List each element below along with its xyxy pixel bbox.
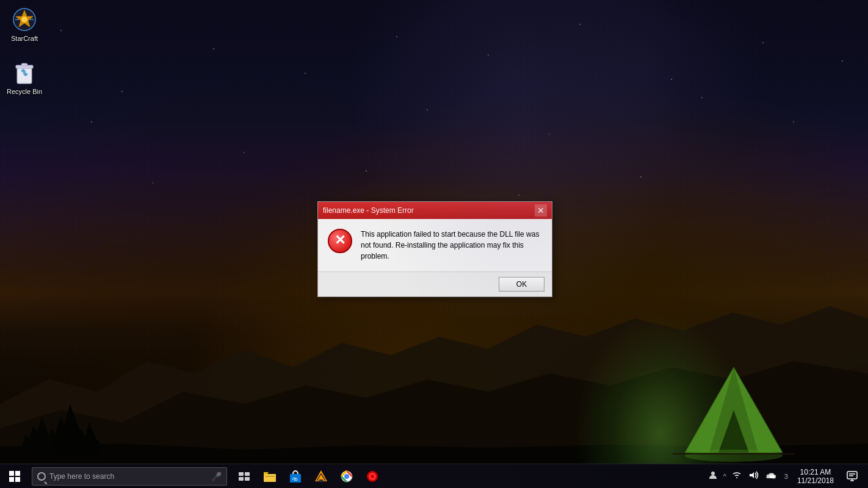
dialog-close-button[interactable]: ✕ (535, 204, 547, 217)
svg-rect-23 (264, 474, 276, 482)
svg-text:🛍: 🛍 (292, 476, 297, 482)
dialog-titlebar: filename.exe - System Error ✕ (318, 202, 552, 219)
svg-marker-40 (750, 472, 754, 478)
dialog-message: This application failed to start because… (361, 229, 542, 262)
taskbar: Type here to search 🎤 (0, 464, 868, 488)
search-placeholder: Type here to search (49, 472, 114, 481)
notification-center-button[interactable] (841, 464, 863, 489)
dialog-title: filename.exe - System Error (323, 206, 414, 215)
file-explorer-button[interactable] (258, 464, 282, 489)
clock-area[interactable]: 10:21 AM 11/21/2018 (794, 467, 837, 486)
search-icon (37, 472, 46, 481)
taskbar-app-icons: 🛍 (232, 464, 701, 489)
recycle-bin-label: Recycle Bin (7, 87, 42, 96)
start-button[interactable] (0, 464, 29, 489)
svg-point-13 (21, 16, 27, 23)
svg-rect-32 (318, 481, 324, 482)
starcraft-label: StarCraft (11, 34, 38, 43)
tent-glow (575, 312, 746, 465)
dialog-footer: OK (318, 271, 552, 296)
svg-point-38 (371, 475, 374, 478)
system-tray: ^ (701, 464, 868, 489)
svg-rect-41 (847, 472, 857, 479)
dialog-content: ✕ This application failed to start becau… (318, 219, 552, 271)
hidden-icons-chevron[interactable]: ^ (723, 473, 726, 480)
chrome-button[interactable] (335, 464, 359, 489)
error-icon: ✕ (328, 229, 352, 253)
svg-marker-8 (718, 410, 749, 453)
svg-rect-20 (245, 472, 250, 476)
svg-point-9 (685, 450, 783, 462)
error-dialog: filename.exe - System Error ✕ ✕ This app… (317, 201, 552, 297)
svg-rect-18 (21, 63, 27, 66)
app6-button[interactable] (360, 464, 385, 489)
volume-tray-icon[interactable] (747, 470, 761, 483)
svg-rect-19 (239, 472, 244, 476)
onedrive-tray-icon[interactable] (764, 470, 779, 483)
svg-rect-25 (265, 476, 275, 477)
svg-marker-0 (0, 306, 868, 465)
terrain-background (0, 270, 868, 465)
search-bar[interactable]: Type here to search 🎤 (32, 467, 227, 486)
svg-marker-2 (0, 443, 868, 465)
task-view-button[interactable] (232, 464, 256, 489)
svg-marker-5 (67, 422, 103, 459)
desktop: StarCraft Recycle Bin filename.exe - Sys… (0, 0, 868, 488)
ok-button[interactable]: OK (499, 277, 544, 292)
svg-marker-4 (18, 416, 56, 459)
svg-marker-24 (264, 472, 269, 474)
tent (673, 355, 795, 465)
recycle-bin-icon-image (12, 60, 37, 85)
svg-marker-6 (685, 367, 783, 453)
starcraft-icon-image (12, 7, 37, 32)
network-tray-icon[interactable] (730, 469, 743, 483)
clock-date: 11/21/2018 (797, 476, 834, 485)
vlc-button[interactable] (309, 464, 333, 489)
mic-icon: 🎤 (211, 472, 222, 481)
svg-point-35 (345, 475, 349, 478)
error-x-mark: ✕ (335, 234, 345, 247)
svg-point-39 (711, 472, 715, 475)
clock-time: 10:21 AM (800, 468, 831, 476)
windows-logo (9, 471, 20, 482)
notifications-badge-tray[interactable]: 3 (783, 472, 790, 481)
svg-rect-21 (239, 477, 244, 481)
svg-marker-3 (43, 404, 89, 459)
people-tray-icon[interactable] (706, 469, 720, 483)
svg-marker-1 (0, 361, 868, 465)
starcraft-icon[interactable]: StarCraft (3, 5, 46, 45)
recycle-bin-icon[interactable]: Recycle Bin (3, 58, 46, 98)
store-button[interactable]: 🛍 (283, 464, 308, 489)
error-icon-circle: ✕ (328, 229, 352, 253)
svg-marker-7 (709, 367, 758, 453)
svg-rect-22 (245, 477, 250, 481)
